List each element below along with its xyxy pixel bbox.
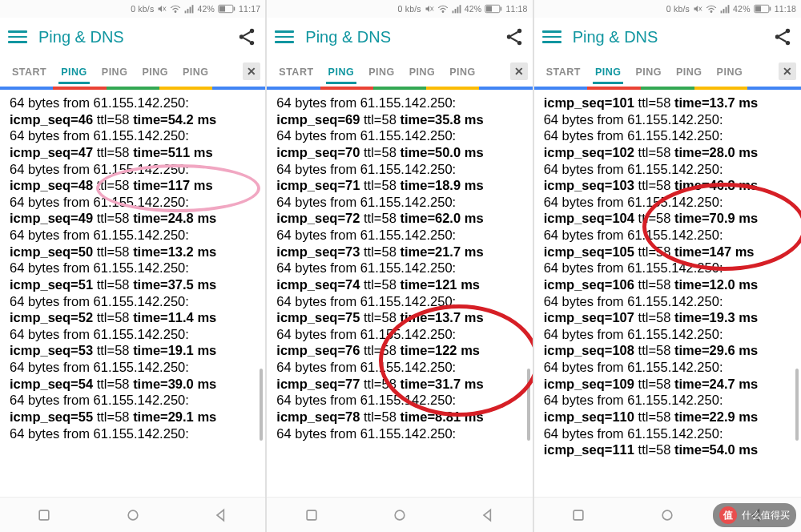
ping-result-line: icmp_seq=102 ttl=58 time=28.0 ms [544, 144, 793, 161]
share-icon[interactable] [504, 26, 525, 47]
close-tab-button[interactable]: ✕ [779, 62, 796, 80]
ping-from-line: 64 bytes from 61.155.142.250: [10, 392, 257, 409]
network-speed: 0 kb/s [131, 4, 154, 14]
ping-result-line: icmp_seq=105 ttl=58 time=147 ms [544, 244, 793, 260]
ping-result-line: icmp_seq=47 ttl=58 time=511 ms [10, 144, 257, 161]
svg-rect-9 [219, 6, 225, 11]
share-icon[interactable] [236, 26, 257, 47]
ping-from-line: 64 bytes from 61.155.142.250: [276, 127, 524, 144]
ping-result-line: icmp_seq=51 ttl=58 time=37.5 ms [10, 276, 257, 293]
tab-ping-1[interactable]: PING [54, 60, 95, 83]
ping-result-line: icmp_seq=46 ttl=58 time=54.2 ms [10, 111, 257, 128]
signal-icon [720, 4, 730, 14]
scrollbar-thumb[interactable] [260, 369, 263, 441]
tab-ping-3[interactable]: PING [135, 60, 175, 83]
tab-start-0[interactable]: START [272, 60, 320, 83]
ping-result-line: icmp_seq=106 ttl=58 time=12.0 ms [544, 276, 793, 293]
ping-result-line: icmp_seq=75 ttl=58 time=13.7 ms [276, 309, 524, 326]
svg-point-27 [517, 41, 521, 45]
svg-point-2 [175, 11, 177, 13]
tab-ping-4[interactable]: PING [175, 60, 216, 83]
tab-ping-1[interactable]: PING [321, 60, 362, 83]
hamburger-icon[interactable] [542, 27, 562, 46]
ping-from-line: 64 bytes from 61.155.142.250: [276, 227, 524, 244]
ping-from-line: 64 bytes from 61.155.142.250: [544, 392, 793, 409]
svg-rect-23 [501, 7, 502, 11]
tab-ping-2[interactable]: PING [628, 60, 669, 83]
close-tab-button[interactable]: ✕ [510, 62, 528, 80]
svg-rect-18 [452, 10, 453, 13]
mute-icon [693, 4, 702, 14]
watermark: 值 什么值得买 [713, 503, 796, 527]
ping-result-line: icmp_seq=48 ttl=58 time=117 ms [10, 177, 257, 194]
nav-back-button[interactable] [213, 507, 229, 523]
scrollbar-thumb[interactable] [795, 369, 799, 441]
ping-from-line: 64 bytes from 61.155.142.250: [276, 392, 524, 409]
app-title: Ping & DNS [305, 28, 503, 46]
ping-from-line: 64 bytes from 61.155.142.250: [276, 425, 524, 442]
nav-home-button[interactable] [125, 507, 141, 523]
nav-back-button[interactable] [480, 507, 496, 523]
nav-recent-button[interactable] [36, 507, 52, 523]
tab-ping-3[interactable]: PING [669, 60, 710, 83]
tab-ping-1[interactable]: PING [588, 60, 629, 83]
svg-rect-35 [726, 7, 727, 14]
ping-result-line: icmp_seq=107 ttl=58 time=19.3 ms [544, 309, 793, 326]
ping-from-line: 64 bytes from 61.155.142.250: [10, 260, 257, 276]
svg-point-29 [395, 510, 405, 520]
svg-point-42 [786, 41, 790, 45]
svg-rect-33 [721, 10, 723, 13]
ping-result-line: icmp_seq=73 ttl=58 time=21.7 ms [276, 244, 524, 260]
ping-result-line: icmp_seq=111 ttl=58 time=54.0 ms [544, 441, 793, 458]
ping-output[interactable]: 64 bytes from 61.155.142.250:icmp_seq=46… [0, 90, 265, 497]
nav-recent-button[interactable] [570, 507, 586, 523]
close-tab-button[interactable]: ✕ [243, 62, 260, 80]
svg-rect-38 [769, 7, 771, 11]
nav-recent-button[interactable] [304, 507, 320, 523]
ping-from-line: 64 bytes from 61.155.142.250: [10, 127, 257, 144]
svg-point-44 [662, 510, 672, 520]
svg-rect-43 [574, 510, 583, 520]
ping-from-line: 64 bytes from 61.155.142.250: [10, 326, 257, 343]
hamburger-icon[interactable] [275, 27, 294, 46]
battery-icon [218, 4, 235, 14]
ping-result-line: icmp_seq=71 ttl=58 time=18.9 ms [276, 177, 524, 194]
ping-result-line: icmp_seq=53 ttl=58 time=19.1 ms [10, 342, 257, 359]
ping-from-line: 64 bytes from 61.155.142.250: [544, 194, 793, 211]
wifi-icon [437, 4, 449, 14]
tab-start-0[interactable]: START [539, 60, 588, 83]
android-nav-bar [267, 497, 532, 532]
ping-from-line: 64 bytes from 61.155.142.250: [544, 161, 793, 178]
mute-icon [157, 4, 167, 14]
tab-start-0[interactable]: START [5, 60, 54, 83]
hamburger-icon[interactable] [8, 27, 27, 46]
ping-result-line: icmp_seq=69 ttl=58 time=35.8 ms [276, 111, 524, 128]
app-toolbar: Ping & DNS [267, 18, 532, 56]
tab-ping-3[interactable]: PING [402, 60, 443, 83]
ping-output[interactable]: 64 bytes from 61.155.142.250:icmp_seq=69… [267, 90, 532, 497]
ping-result-line: icmp_seq=54 ttl=58 time=39.0 ms [10, 376, 257, 393]
clock: 11:18 [775, 4, 796, 14]
ping-result-line: icmp_seq=104 ttl=58 time=70.9 ms [544, 210, 793, 227]
watermark-badge: 值 [719, 506, 737, 524]
nav-home-button[interactable] [659, 507, 675, 523]
svg-rect-20 [457, 7, 458, 14]
share-icon[interactable] [772, 26, 793, 47]
nav-home-button[interactable] [392, 507, 408, 523]
ping-from-line: 64 bytes from 61.155.142.250: [10, 161, 257, 178]
ping-from-line: 64 bytes from 61.155.142.250: [544, 326, 793, 343]
tab-ping-2[interactable]: PING [361, 60, 402, 83]
ping-result-line: icmp_seq=108 ttl=58 time=29.6 ms [544, 342, 793, 359]
svg-point-14 [128, 510, 138, 520]
tab-ping-4[interactable]: PING [442, 60, 483, 83]
svg-rect-36 [728, 5, 730, 13]
ping-output[interactable]: icmp_seq=101 ttl=58 time=13.7 ms64 bytes… [534, 90, 801, 497]
scrollbar-thumb[interactable] [527, 369, 530, 441]
ping-from-line: 64 bytes from 61.155.142.250: [544, 111, 793, 128]
svg-rect-34 [723, 9, 725, 13]
svg-point-40 [786, 29, 790, 33]
tab-ping-2[interactable]: PING [95, 60, 135, 83]
battery-pct: 42% [465, 4, 482, 14]
ping-from-line: 64 bytes from 61.155.142.250: [276, 95, 524, 111]
tab-ping-4[interactable]: PING [710, 60, 751, 83]
